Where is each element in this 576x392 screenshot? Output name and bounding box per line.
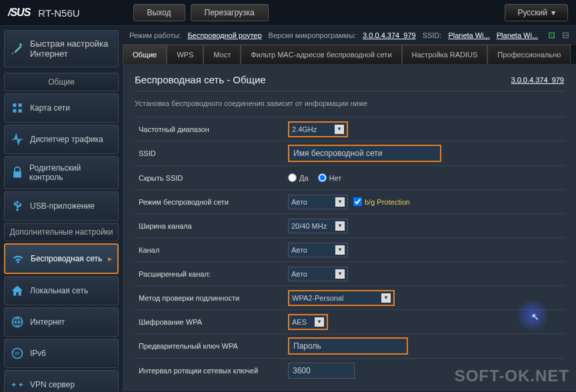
sidebar-item-label: Беспроводная сеть: [31, 254, 102, 263]
tab-bar: ОбщиеWPSМостФильтр MAC-адресов беспровод…: [123, 45, 576, 65]
hide-ssid-yes[interactable]: Да: [288, 173, 309, 182]
chwidth-label: Ширина канала: [135, 222, 288, 230]
tab-настройка-radius[interactable]: Настройка RADIUS: [402, 45, 488, 64]
sidebar-item-ip[interactable]: IPIPv6: [4, 339, 119, 368]
auth-label: Метод проверки подлинности: [135, 294, 288, 302]
sidebar-section-general: Общие: [4, 73, 119, 91]
sidebar-item-label: Карта сети: [30, 103, 70, 113]
rekey-label: Интервал ротации сетевых ключей: [135, 367, 288, 375]
mode-link[interactable]: Беспроводной роутер: [187, 31, 261, 39]
content-area: Беспроводная сеть - Общие 3.0.0.4.374_97…: [123, 65, 576, 391]
sidebar-item-label: Быстрая настройка Интернет: [30, 39, 113, 59]
auth-select[interactable]: WPA2-Personal ▼: [288, 290, 395, 306]
sidebar-item-label: USB-приложение: [30, 201, 95, 211]
auth-value: WPA2-Personal: [292, 294, 343, 302]
psk-input[interactable]: [288, 337, 408, 355]
header-bar: /SUS RT-N56U Выход Перезагрузка Русский …: [0, 0, 576, 26]
logout-button[interactable]: Выход: [133, 4, 185, 21]
info-bar: Режим работы: Беспроводной роутер Версия…: [123, 26, 576, 45]
ip-icon: IP: [10, 346, 25, 361]
tab-профессионально[interactable]: Профессионально: [487, 45, 571, 64]
sidebar: Быстрая настройка Интернет Общие Карта с…: [0, 26, 123, 391]
home-icon: [10, 283, 25, 298]
svg-text:IP: IP: [15, 351, 19, 357]
page-desc: Установка беспроводного соединения завис…: [135, 99, 564, 107]
tab-общие[interactable]: Общие: [123, 45, 167, 64]
mode-label: Режим работы:: [129, 31, 181, 39]
language-label: Русский: [517, 8, 547, 17]
psk-label: Предварительный ключ WPA: [135, 342, 288, 350]
chwidth-select[interactable]: 20/40 MHz ▼: [288, 219, 348, 233]
sidebar-item-lock[interactable]: Родительский контроль: [4, 156, 119, 189]
tab-wps[interactable]: WPS: [167, 45, 203, 64]
sidebar-item-usb[interactable]: USB-приложение: [4, 191, 119, 221]
wand-icon: [10, 41, 25, 56]
chevron-down-icon: ▼: [381, 293, 391, 303]
fw-label: Версия микропрограммы:: [269, 31, 357, 39]
hide-ssid-no[interactable]: Нет: [318, 173, 342, 182]
quick-setup-button[interactable]: Быстрая настройка Интернет: [4, 30, 119, 67]
ssid-field-label: SSID: [135, 149, 288, 157]
bg-protection-checkbox[interactable]: b/g Protection: [353, 197, 410, 206]
brand-logo: /SUS: [8, 7, 30, 19]
reboot-button[interactable]: Перезагрузка: [191, 4, 269, 21]
sidebar-item-label: IPv6: [30, 349, 46, 358]
sidebar-item-label: Локальная сеть: [30, 286, 88, 295]
sidebar-item-wifi[interactable]: Беспроводная сеть▸: [4, 243, 119, 274]
hide-ssid-label: Скрыть SSID: [135, 174, 288, 182]
sidebar-item-map[interactable]: Карта сети: [4, 93, 119, 123]
sidebar-item-label: Интернет: [30, 317, 65, 327]
wmode-label: Режим беспроводной сети: [135, 198, 288, 206]
ssid2-link[interactable]: Planeta Wi...: [497, 31, 538, 39]
sidebar-item-globe[interactable]: Интернет: [4, 307, 119, 337]
model-name: RT-N56U: [38, 7, 79, 19]
page-title: Беспроводная сеть - Общие: [135, 74, 266, 85]
rekey-input[interactable]: [288, 363, 355, 379]
usb-icon: [10, 199, 25, 213]
band-select[interactable]: 2.4GHz ▼: [288, 121, 348, 137]
enc-select[interactable]: AES ▼: [288, 314, 328, 330]
chwidth-value: 20/40 MHz: [291, 222, 327, 230]
chevron-down-icon: ▼: [335, 221, 345, 231]
watermark: SOFT-OK.NET: [455, 367, 569, 385]
fw-version-link[interactable]: 3.0.0.4.374_979: [511, 76, 564, 84]
wifi-status-icon[interactable]: ⊡: [548, 30, 555, 40]
ssid-label: SSID:: [423, 31, 442, 39]
language-dropdown[interactable]: Русский ▾: [505, 4, 568, 21]
status-icons: ⊡ ⊟: [548, 30, 569, 40]
chevron-down-icon: ▾: [551, 8, 555, 17]
ssid-input[interactable]: [288, 145, 441, 162]
extch-value: Авто: [291, 270, 307, 278]
tab-фильтр-mac-адресов-беспроводной-сети[interactable]: Фильтр MAC-адресов беспроводной сети: [241, 45, 401, 64]
sidebar-item-home[interactable]: Локальная сеть: [4, 276, 119, 305]
band-value: 2.4GHz: [292, 125, 317, 133]
chevron-right-icon: ▸: [108, 254, 112, 263]
wmode-value: Авто: [291, 198, 307, 206]
chevron-down-icon: ▼: [335, 197, 345, 207]
enc-value: AES: [292, 318, 307, 326]
chevron-down-icon: ▼: [335, 245, 345, 255]
enc-label: Шифрование WPA: [135, 318, 288, 326]
sidebar-section-advanced: Дополнительные настройки: [4, 223, 119, 241]
sidebar-item-traffic[interactable]: Диспетчер трафика: [4, 125, 119, 154]
channel-label: Канал: [135, 246, 288, 254]
chevron-down-icon: ▼: [335, 125, 344, 134]
sidebar-item-label: Диспетчер трафика: [30, 135, 103, 144]
map-icon: [10, 101, 25, 115]
vpn-icon: [10, 377, 25, 392]
fw-link[interactable]: 3.0.0.4.374_979: [363, 31, 416, 39]
sidebar-item-label: VPN сервер: [30, 380, 75, 389]
extch-label: Расширенный канал:: [135, 270, 288, 278]
tab-мост[interactable]: Мост: [203, 45, 241, 64]
extch-select[interactable]: Авто ▼: [288, 267, 348, 281]
ssid1-link[interactable]: Planeta Wi...: [448, 31, 489, 39]
lock-icon: [10, 165, 24, 180]
wmode-select[interactable]: Авто ▼: [288, 195, 348, 209]
band-label: Частотный диапазон: [135, 125, 288, 133]
channel-value: Авто: [291, 246, 307, 254]
sidebar-item-label: Родительский контроль: [29, 163, 113, 182]
chevron-down-icon: ▼: [335, 269, 345, 279]
sidebar-item-vpn[interactable]: VPN сервер: [4, 370, 119, 392]
usb-status-icon[interactable]: ⊟: [562, 30, 569, 40]
channel-select[interactable]: Авто ▼: [288, 243, 348, 257]
